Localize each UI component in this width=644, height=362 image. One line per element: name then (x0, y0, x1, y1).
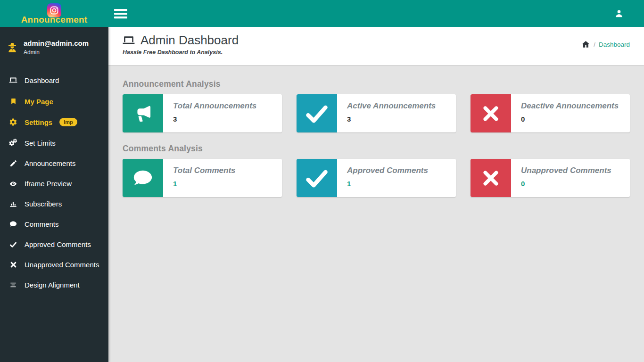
comment-icon (123, 159, 163, 197)
sidebar-item-unapproved-comments[interactable]: Unapproved Comments (0, 255, 108, 275)
brand-logo[interactable]: Announcement (0, 0, 108, 27)
card-title: Unapproved Comments (521, 166, 611, 175)
sidebar-item-label: Set Limits (25, 139, 56, 147)
card-value: 0 (521, 115, 619, 123)
gear-icon (8, 118, 18, 126)
sidebar-item-label: Comments (25, 220, 59, 228)
bullhorn-icon (123, 94, 163, 132)
sidebar-item-label: Settings (25, 118, 52, 126)
sidebar-item-label: Design Alignment (25, 281, 80, 289)
comment-icon (8, 220, 18, 228)
content: Announcement AnalysisTotal Announcements… (108, 65, 644, 197)
sidebar-item-label: Dashboard (25, 76, 59, 84)
sidebar-item-set-limits[interactable]: Set Limits (0, 132, 108, 153)
sidebar-item-design-alignment[interactable]: Design Alignment (0, 275, 108, 295)
sidebar-item-settings[interactable]: SettingsImp (0, 112, 108, 132)
card-approved-comments: Approved Comments1 (297, 159, 456, 197)
card-value: 3 (347, 115, 436, 123)
user-email: admin@admin.com (24, 39, 89, 47)
section-announcement-analysis: Announcement AnalysisTotal Announcements… (123, 79, 630, 132)
card-total-comments: Total Comments1 (123, 159, 282, 197)
sidebar-item-iframe-preview[interactable]: Iframe Preview (0, 173, 108, 194)
x-icon (8, 261, 18, 268)
pencil-icon (8, 159, 18, 167)
brand-name: Announcement (21, 15, 88, 25)
check-icon (297, 159, 337, 197)
imp-badge: Imp (59, 118, 77, 126)
bookmark-icon (8, 97, 18, 106)
section-title: Announcement Analysis (123, 79, 630, 89)
breadcrumb-current[interactable]: Dashboard (599, 41, 630, 48)
breadcrumb-separator: / (594, 41, 595, 48)
sidebar-menu: DashboardMy PageSettingsImpSet LimitsAnn… (0, 70, 108, 295)
user-secret-icon (6, 41, 18, 54)
card-title: Approved Comments (347, 166, 428, 175)
page-title: Admin Dashboard (140, 33, 239, 48)
check-icon (297, 94, 337, 132)
main-area: Admin Dashboard Hassle Free Dashboard to… (108, 27, 644, 362)
eye-icon (8, 180, 18, 188)
card-value: 1 (347, 180, 428, 188)
check-icon (8, 241, 18, 248)
align-icon (8, 281, 18, 288)
bar-chart-icon (8, 200, 18, 208)
sidebar-item-label: Unapproved Comments (25, 261, 99, 269)
card-title: Total Announcements (173, 101, 256, 111)
card-value: 0 (521, 180, 611, 188)
card-active-announcements: Active Announcements3 (297, 94, 456, 132)
sidebar-item-label: Iframe Preview (25, 180, 72, 188)
sidebar-item-label: Subscribers (25, 200, 62, 208)
card-title: Total Comments (173, 166, 236, 175)
page-subtitle: Hassle Free Dashboard to Analysis. (123, 49, 630, 56)
sidebar-item-comments[interactable]: Comments (0, 214, 108, 234)
sidebar-item-label: My Page (25, 98, 53, 106)
user-panel: admin@admin.com Admin (0, 27, 108, 64)
card-title: Deactive Announcements (521, 101, 619, 111)
sidebar-item-subscribers[interactable]: Subscribers (0, 194, 108, 214)
sidebar-item-label: Approved Comments (25, 240, 91, 248)
laptop-icon (8, 76, 18, 85)
sidebar-item-approved-comments[interactable]: Approved Comments (0, 234, 108, 255)
card-value: 1 (173, 180, 236, 188)
laptop-icon (122, 34, 136, 47)
card-deactive-announcements: Deactive Announcements0 (471, 94, 630, 132)
user-role: Admin (24, 49, 89, 56)
page-header: Admin Dashboard Hassle Free Dashboard to… (108, 27, 644, 65)
card-unapproved-comments: Unapproved Comments0 (471, 159, 630, 197)
card-value: 3 (173, 115, 256, 123)
user-icon[interactable] (614, 8, 624, 19)
sidebar-item-my-page[interactable]: My Page (0, 91, 108, 112)
breadcrumb: / Dashboard (581, 40, 630, 49)
sidebar-item-announcements[interactable]: Announcements (0, 153, 108, 173)
top-navbar: Announcement (0, 0, 644, 27)
sidebar-item-label: Announcements (25, 159, 75, 167)
home-icon[interactable] (581, 40, 590, 49)
x-icon (471, 94, 511, 132)
x-icon (471, 159, 511, 197)
sidebar: admin@admin.com Admin DashboardMy PageSe… (0, 27, 108, 362)
card-title: Active Announcements (347, 101, 436, 111)
hamburger-icon[interactable] (114, 8, 127, 20)
cogs-icon (8, 139, 18, 147)
sidebar-item-dashboard[interactable]: Dashboard (0, 70, 108, 91)
section-title: Comments Analysis (123, 144, 630, 154)
card-total-announcements: Total Announcements3 (123, 94, 282, 132)
section-comments-analysis: Comments AnalysisTotal Comments1Approved… (123, 144, 630, 197)
topbar-main (108, 0, 644, 27)
